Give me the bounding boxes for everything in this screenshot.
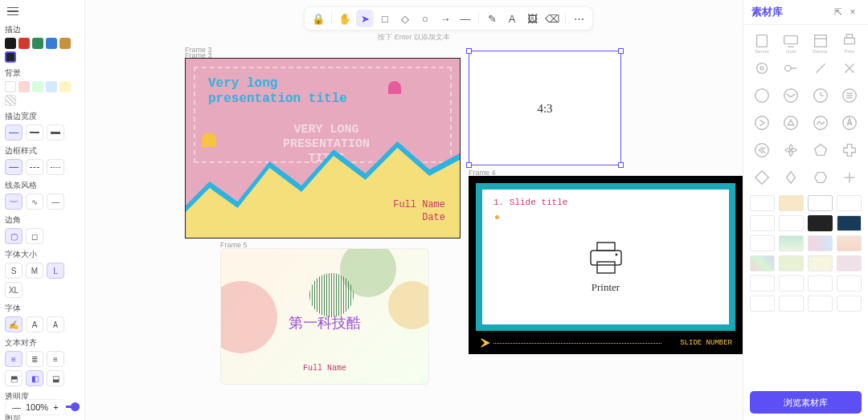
bg-hatch[interactable] bbox=[5, 95, 16, 106]
shape-flower[interactable] bbox=[779, 139, 803, 161]
tmpl-7[interactable] bbox=[808, 215, 833, 231]
swatch-blue[interactable] bbox=[46, 38, 57, 49]
font-hand[interactable]: ✍ bbox=[5, 316, 23, 332]
zoom-value[interactable]: 100% bbox=[26, 402, 48, 412]
frame-printer[interactable]: 1. Slide title Printer SLIDE NUMBER bbox=[469, 176, 743, 354]
line-wave[interactable]: 〰 bbox=[5, 194, 23, 210]
tmpl-17[interactable] bbox=[750, 275, 775, 292]
shape-diamond[interactable] bbox=[750, 166, 774, 189]
tmpl-10[interactable] bbox=[779, 235, 804, 251]
swatch-green[interactable] bbox=[32, 38, 43, 49]
tmpl-18[interactable] bbox=[779, 275, 804, 292]
stroke-thin[interactable] bbox=[5, 124, 23, 141]
shape-triangle-up[interactable] bbox=[779, 112, 803, 134]
line-zig[interactable]: ∿ bbox=[26, 194, 43, 210]
style-solid[interactable] bbox=[5, 159, 23, 175]
align-left[interactable]: ≡ bbox=[5, 351, 23, 367]
style-dot[interactable] bbox=[47, 159, 64, 175]
frame-4-3[interactable]: 4:3 bbox=[469, 51, 621, 165]
shape-clock[interactable] bbox=[809, 84, 833, 107]
shape-brush[interactable] bbox=[809, 57, 833, 80]
tmpl-6[interactable] bbox=[779, 215, 804, 231]
style-dash[interactable] bbox=[26, 159, 43, 175]
tmpl-24[interactable] bbox=[837, 296, 862, 312]
swatch-amber[interactable] bbox=[59, 38, 71, 49]
valign-bot[interactable]: ⬓ bbox=[47, 370, 64, 386]
font-mono[interactable]: A bbox=[47, 316, 64, 332]
stroke-thick[interactable] bbox=[47, 124, 64, 141]
shape-wave[interactable] bbox=[809, 112, 833, 134]
corner-round[interactable]: ◻ bbox=[26, 228, 43, 244]
zoom-out[interactable]: — bbox=[12, 402, 21, 412]
tmpl-5[interactable] bbox=[750, 215, 775, 231]
valign-mid[interactable]: ◧ bbox=[26, 370, 43, 386]
tmpl-19[interactable] bbox=[808, 275, 833, 292]
tmpl-8[interactable] bbox=[837, 215, 862, 231]
shape-plus2[interactable] bbox=[837, 166, 862, 189]
tmpl-13[interactable] bbox=[750, 255, 775, 271]
shape-compass[interactable] bbox=[837, 112, 862, 134]
svg-rect-11 bbox=[844, 38, 854, 43]
fs-m[interactable]: M bbox=[26, 263, 43, 279]
library-title: 素材库 bbox=[751, 5, 831, 19]
shape-list[interactable] bbox=[837, 84, 862, 107]
swatch-dark[interactable] bbox=[5, 51, 16, 63]
bg-yellow[interactable] bbox=[59, 81, 71, 92]
shape-envelope[interactable] bbox=[779, 84, 803, 107]
tmpl-9[interactable] bbox=[750, 235, 775, 251]
tmpl-21[interactable] bbox=[750, 296, 775, 312]
tmpl-11[interactable] bbox=[808, 235, 833, 251]
tmpl-14[interactable] bbox=[779, 255, 804, 271]
shape-gear[interactable] bbox=[750, 57, 774, 80]
shape-circle[interactable] bbox=[750, 84, 774, 107]
corner-sharp[interactable]: ▢ bbox=[5, 228, 23, 244]
shape-pentagon[interactable] bbox=[809, 139, 833, 161]
bg-white[interactable] bbox=[5, 81, 16, 92]
close-icon[interactable]: × bbox=[845, 5, 860, 19]
browse-library-button[interactable]: 浏览素材库 bbox=[750, 391, 862, 414]
stroke-med[interactable] bbox=[26, 124, 43, 141]
tmpl-22[interactable] bbox=[779, 296, 804, 312]
tmpl-4[interactable] bbox=[837, 195, 862, 211]
shape-diamond2[interactable] bbox=[779, 166, 803, 189]
swatch-red[interactable] bbox=[18, 38, 30, 49]
tmpl-3[interactable] bbox=[808, 195, 833, 211]
fs-l[interactable]: L bbox=[47, 263, 64, 279]
bg-blue[interactable] bbox=[46, 81, 57, 92]
pin-icon[interactable]: ⇱ bbox=[831, 5, 845, 19]
bg-pink[interactable] bbox=[18, 81, 30, 92]
shape-server[interactable]: Server bbox=[750, 30, 774, 52]
zoom-in[interactable]: + bbox=[53, 402, 58, 412]
frame-chinese[interactable]: 第一科技酷 Full Name bbox=[220, 248, 429, 385]
shape-plus[interactable] bbox=[837, 139, 862, 161]
shape-host[interactable]: Host bbox=[779, 30, 803, 52]
shape-cross[interactable] bbox=[837, 57, 862, 80]
tmpl-23[interactable] bbox=[808, 296, 833, 312]
shape-rewind[interactable] bbox=[750, 139, 774, 161]
shape-print[interactable]: Print bbox=[837, 30, 862, 52]
align-center[interactable]: ≣ bbox=[26, 351, 43, 367]
fs-s[interactable]: S bbox=[5, 263, 23, 279]
svg-marker-34 bbox=[755, 171, 769, 185]
align-right[interactable]: ≡ bbox=[47, 351, 64, 367]
shape-key[interactable] bbox=[779, 57, 803, 80]
tmpl-12[interactable] bbox=[837, 235, 862, 251]
frame-3[interactable]: Very long presentation title VERY LONG P… bbox=[185, 58, 461, 239]
swatch-black[interactable] bbox=[5, 38, 16, 49]
ghost-icon bbox=[388, 81, 401, 94]
font-normal[interactable]: A bbox=[26, 316, 43, 332]
shape-device[interactable]: Device bbox=[809, 30, 833, 52]
tmpl-1[interactable] bbox=[750, 195, 775, 211]
tmpl-20[interactable] bbox=[837, 275, 862, 292]
tmpl-2[interactable] bbox=[779, 195, 804, 211]
shape-arrow-right[interactable] bbox=[750, 112, 774, 134]
valign-top[interactable]: ⬒ bbox=[5, 370, 23, 386]
canvas-area[interactable]: 按下 Enter 以添加文本 Frame 3 Frame 3 Very long… bbox=[85, 0, 743, 398]
bg-green[interactable] bbox=[32, 81, 43, 92]
tmpl-15[interactable] bbox=[808, 255, 833, 271]
shape-hex[interactable] bbox=[809, 166, 833, 189]
line-straight[interactable]: — bbox=[47, 194, 64, 210]
fs-xl[interactable]: XL bbox=[5, 282, 23, 298]
menu-button[interactable] bbox=[5, 3, 21, 19]
tmpl-16[interactable] bbox=[837, 255, 862, 271]
